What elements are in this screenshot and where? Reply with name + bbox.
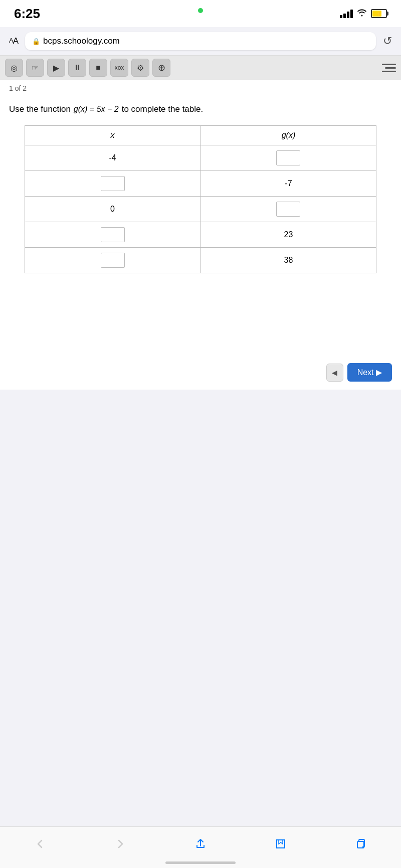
table-row: 0 [25,197,376,222]
share-button[interactable] [188,834,213,854]
status-time: 6:25 [14,6,40,22]
table-row: -7 [25,171,376,197]
green-dot-indicator [198,8,203,13]
toolbar-btn-circle[interactable]: ◎ [5,59,23,77]
table-row: 38 [25,248,376,273]
toolbar-list-btn[interactable] [378,59,396,77]
table-row: 23 [25,222,376,248]
home-indicator [165,861,236,864]
main-content: Use the function g(x) = 5x − 2 to comple… [0,94,401,355]
edu-toolbar: ◎ ☞ ▶ ⏸ ■ xox ⚙ ⊕ [0,56,401,80]
table-row: -4 [25,145,376,171]
nav-next-label: Next ▶ [357,368,382,377]
toolbar-btn-settings[interactable]: ⚙ [131,59,149,77]
toolbar-btn-play[interactable]: ▶ [47,59,65,77]
cell-x-4[interactable] [25,248,200,273]
gray-area [0,390,401,851]
cell-gx-1: -7 [200,171,376,197]
input-gx-0[interactable] [276,150,300,165]
nav-buttons: ◀ Next ▶ [0,355,401,390]
col-gx-header: g(x) [200,126,376,145]
cell-x-2: 0 [25,197,200,222]
status-icons: ⚡ [340,9,387,19]
toolbar-btn-move[interactable]: ⊕ [152,59,170,77]
question-text: Use the function g(x) = 5x − 2 to comple… [9,104,392,114]
instruction-suffix: to complete the table. [122,104,204,114]
aa-button[interactable]: AA [9,36,18,46]
input-gx-2[interactable] [276,202,300,217]
page-counter: 1 of 2 [0,80,401,94]
url-text: bcps.schoology.com [43,36,120,46]
browser-back-button[interactable] [28,834,53,854]
lock-icon: 🔒 [32,38,40,45]
input-x-3[interactable] [101,227,125,242]
browser-forward-button[interactable] [108,834,133,854]
input-x-4[interactable] [101,253,125,268]
page-counter-text: 1 of 2 [9,84,27,92]
cell-x-1[interactable] [25,171,200,197]
bookmarks-button[interactable] [268,834,293,854]
cell-gx-3: 23 [200,222,376,248]
cell-x-0: -4 [25,145,200,171]
toolbar-btn-stop[interactable]: ■ [89,59,107,77]
wifi-icon [357,9,367,19]
nav-next-button[interactable]: Next ▶ [347,363,392,382]
cell-gx-0[interactable] [200,145,376,171]
url-bar[interactable]: 🔒 bcps.schoology.com [25,32,376,50]
tabs-button[interactable] [348,834,373,854]
cell-x-3[interactable] [25,222,200,248]
instruction-prefix: Use the function [9,104,71,114]
toolbar-btn-pause[interactable]: ⏸ [68,59,86,77]
browser-chrome: AA 🔒 bcps.schoology.com ↺ [0,27,401,56]
battery-icon: ⚡ [371,9,387,18]
cell-gx-4: 38 [200,248,376,273]
cell-gx-2[interactable] [200,197,376,222]
function-table: x g(x) -4-702338 [25,125,377,273]
status-bar: 6:25 ⚡ [0,0,401,27]
math-formula: g(x) = 5x − 2 [74,105,119,114]
nav-back-button[interactable]: ◀ [326,364,343,382]
input-x-1[interactable] [101,176,125,191]
reload-button[interactable]: ↺ [383,35,392,48]
toolbar-btn-xox[interactable]: xox [110,59,128,77]
toolbar-btn-hand[interactable]: ☞ [26,59,44,77]
signal-bars-icon [340,9,353,18]
col-x-header: x [25,126,200,145]
